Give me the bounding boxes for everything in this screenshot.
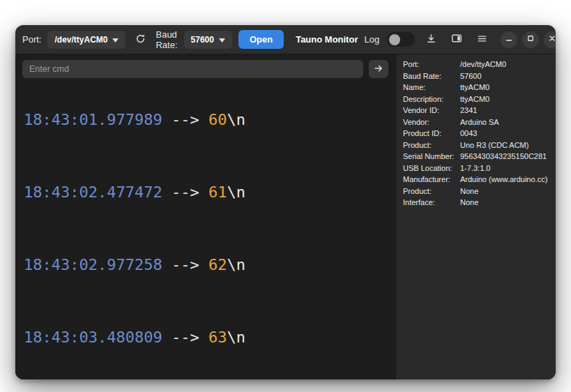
save-log-button[interactable] bbox=[422, 31, 440, 49]
port-info-row: Description: ttyACM0 bbox=[403, 96, 549, 104]
save-log-icon bbox=[426, 33, 436, 46]
header-bar: Port: /dev/ttyACM0 Baud Rate: 57600 bbox=[15, 25, 556, 54]
info-value: 1-7.3:1.0 bbox=[460, 165, 549, 173]
toggle-knob bbox=[389, 34, 400, 45]
info-label: Description: bbox=[403, 96, 460, 104]
port-info-row: Product ID: 0043 bbox=[403, 130, 549, 138]
app-window: Port: /dev/ttyACM0 Baud Rate: 57600 bbox=[15, 25, 556, 379]
port-dropdown-value: /dev/ttyACM0 bbox=[54, 35, 107, 45]
port-info-row: Port: /dev/ttyACM0 bbox=[403, 61, 549, 69]
send-button[interactable] bbox=[369, 60, 388, 78]
port-info-row: USB Location: 1-7.3:1.0 bbox=[403, 165, 549, 173]
refresh-ports-button[interactable] bbox=[132, 31, 149, 49]
newline-literal: \n bbox=[227, 111, 245, 128]
app-title: Tauno Monitor bbox=[296, 34, 358, 45]
port-info-row: Vendor ID: 2341 bbox=[403, 107, 549, 115]
port-info-row: Interface: None bbox=[403, 199, 549, 207]
terminal-line: 18:43:02.977258 --> 62\n bbox=[24, 256, 387, 274]
info-label: Vendor: bbox=[403, 119, 460, 127]
info-label: Baud Rate: bbox=[403, 73, 460, 81]
info-value: Arduino SA bbox=[460, 119, 549, 127]
timestamp: 18:43:02.477472 bbox=[24, 183, 162, 201]
terminal-output[interactable]: 18:43:01.977989 --> 60\n 18:43:02.477472… bbox=[22, 82, 388, 379]
info-label: USB Location: bbox=[403, 165, 460, 173]
arrow: --> bbox=[162, 329, 208, 346]
main-content: 18:43:01.977989 --> 60\n 18:43:02.477472… bbox=[15, 54, 556, 379]
info-label: Product: bbox=[403, 188, 460, 196]
window-controls bbox=[501, 31, 556, 48]
terminal-line: 18:43:02.477472 --> 61\n bbox=[24, 183, 387, 202]
arrow: --> bbox=[162, 111, 208, 128]
info-label: Product: bbox=[403, 142, 460, 150]
port-info-row: Vendor: Arduino SA bbox=[403, 119, 549, 127]
header-right-group: Log bbox=[364, 30, 556, 49]
port-info-panel: Port: /dev/ttyACM0 Baud Rate: 57600 Name… bbox=[395, 54, 556, 379]
maximize-icon bbox=[526, 33, 535, 45]
refresh-icon bbox=[135, 33, 146, 46]
command-input[interactable] bbox=[22, 60, 363, 78]
sidebar-toggle-button[interactable] bbox=[448, 30, 466, 49]
chevron-down-icon bbox=[112, 35, 119, 45]
info-value: 2341 bbox=[460, 107, 549, 115]
info-value: 0043 bbox=[460, 130, 549, 138]
terminal-line: 18:43:01.977989 --> 60\n bbox=[24, 111, 387, 129]
info-value: 9563430343235150C281 bbox=[460, 153, 549, 161]
baud-rate-dropdown-value: 57600 bbox=[191, 35, 214, 45]
maximize-button[interactable] bbox=[522, 31, 539, 48]
port-dropdown[interactable]: /dev/ttyACM0 bbox=[47, 31, 125, 49]
command-bar bbox=[22, 60, 388, 78]
log-toggle[interactable] bbox=[387, 32, 415, 47]
port-info-row: Product: None bbox=[403, 188, 549, 196]
close-button[interactable] bbox=[544, 31, 556, 48]
chevron-down-icon bbox=[219, 35, 225, 45]
info-value: 57600 bbox=[460, 73, 549, 81]
hamburger-menu-icon bbox=[477, 33, 487, 46]
rx-value: 61 bbox=[208, 183, 227, 201]
port-info-list: Port: /dev/ttyACM0 Baud Rate: 57600 Name… bbox=[403, 61, 549, 207]
info-value: /dev/ttyACM0 bbox=[460, 61, 549, 69]
info-label: Manufacturer: bbox=[403, 176, 460, 184]
info-label: Name: bbox=[403, 84, 460, 92]
info-value: ttyACM0 bbox=[460, 84, 549, 92]
newline-literal: \n bbox=[227, 329, 245, 346]
sidebar-toggle-icon bbox=[451, 33, 462, 46]
timestamp: 18:43:01.977989 bbox=[24, 111, 162, 128]
info-label: Product ID: bbox=[403, 130, 460, 138]
newline-literal: \n bbox=[227, 183, 245, 201]
info-value: Arduino (www.arduino.cc) bbox=[460, 176, 549, 184]
terminal-line: 18:43:03.480809 --> 63\n bbox=[24, 329, 387, 347]
port-info-row: Baud Rate: 57600 bbox=[403, 73, 549, 81]
log-label: Log bbox=[364, 34, 379, 45]
info-label: Vendor ID: bbox=[403, 107, 460, 115]
info-label: Port: bbox=[403, 61, 460, 69]
desktop: Port: /dev/ttyACM0 Baud Rate: 57600 bbox=[0, 0, 571, 392]
info-value: Uno R3 (CDC ACM) bbox=[460, 142, 549, 150]
rx-value: 62 bbox=[208, 256, 227, 273]
send-icon bbox=[374, 63, 383, 75]
port-label: Port: bbox=[22, 34, 41, 45]
minimize-button[interactable] bbox=[501, 31, 517, 48]
timestamp: 18:43:02.977258 bbox=[24, 256, 162, 273]
terminal-pane: 18:43:01.977989 --> 60\n 18:43:02.477472… bbox=[15, 54, 395, 379]
port-info-row: Serial Number: 9563430343235150C281 bbox=[403, 153, 549, 161]
baud-rate-label: Baud Rate: bbox=[155, 29, 177, 50]
info-label: Serial Number: bbox=[403, 153, 460, 161]
info-value: None bbox=[460, 199, 549, 207]
arrow: --> bbox=[162, 183, 208, 201]
rx-value: 63 bbox=[208, 329, 227, 346]
port-info-row: Product: Uno R3 (CDC ACM) bbox=[403, 142, 549, 150]
info-value: None bbox=[460, 188, 549, 196]
port-info-row: Name: ttyACM0 bbox=[403, 84, 549, 92]
info-value: ttyACM0 bbox=[460, 96, 549, 104]
rx-value: 60 bbox=[208, 111, 227, 128]
open-port-button[interactable]: Open bbox=[238, 30, 284, 49]
close-icon bbox=[547, 33, 556, 45]
port-info-row: Manufacturer: Arduino (www.arduino.cc) bbox=[403, 176, 549, 184]
minimize-icon bbox=[504, 33, 514, 45]
info-label: Interface: bbox=[403, 199, 460, 207]
newline-literal: \n bbox=[227, 256, 245, 273]
baud-rate-dropdown[interactable]: 57600 bbox=[184, 31, 232, 49]
menu-button[interactable] bbox=[473, 31, 491, 49]
arrow: --> bbox=[162, 256, 208, 273]
timestamp: 18:43:03.480809 bbox=[24, 329, 162, 346]
